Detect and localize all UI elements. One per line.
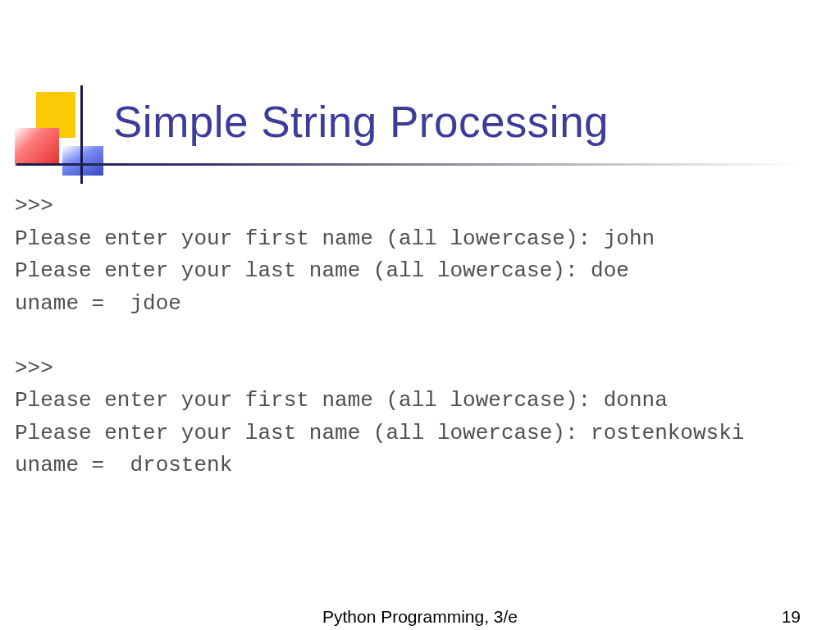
slide-header: Simple String Processing bbox=[0, 0, 840, 172]
footer-text: Python Programming, 3/e bbox=[322, 607, 518, 627]
decoration-vertical-line bbox=[80, 85, 83, 184]
decoration-blue-square bbox=[62, 146, 103, 176]
decoration-horizontal-rule bbox=[16, 163, 804, 166]
decoration-red-square bbox=[15, 128, 59, 166]
code-block: >>> Please enter your first name (all lo… bbox=[15, 190, 744, 482]
page-number: 19 bbox=[782, 607, 801, 627]
slide-title: Simple String Processing bbox=[113, 97, 609, 147]
